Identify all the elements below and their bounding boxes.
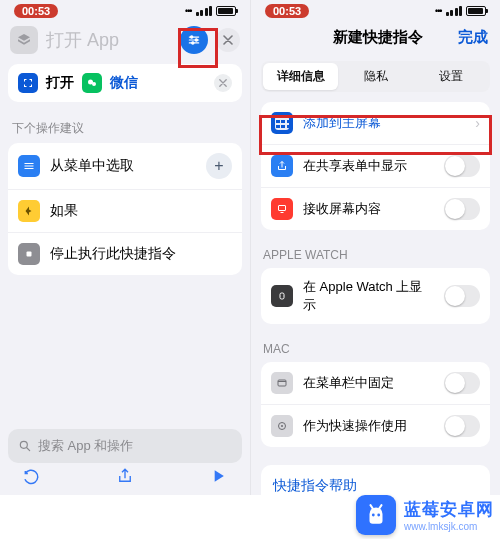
- svg-point-18: [377, 514, 380, 517]
- search-placeholder: 搜索 App 和操作: [38, 437, 133, 455]
- undo-icon: [22, 466, 42, 486]
- tab-privacy[interactable]: 隐私: [338, 63, 413, 90]
- watermark-url: www.lmksjk.com: [404, 521, 494, 532]
- receive-icon: [271, 198, 293, 220]
- filter-button[interactable]: [180, 26, 208, 54]
- help-link[interactable]: 快捷指令帮助: [261, 465, 490, 495]
- toggle-watch[interactable]: [444, 285, 480, 307]
- row-menubar-pin[interactable]: 在菜单栏中固定: [261, 362, 490, 405]
- row-label: 作为快速操作使用: [303, 417, 434, 435]
- svg-point-5: [192, 42, 194, 44]
- svg-rect-12: [280, 293, 284, 299]
- tab-details[interactable]: 详细信息: [263, 63, 338, 90]
- toggle-menubar[interactable]: [444, 372, 480, 394]
- share-icon: [271, 155, 293, 177]
- row-add-to-home[interactable]: 添加到主屏幕 ›: [261, 102, 490, 145]
- details-pane: 00:53 ••• 新建快捷指令 完成 详细信息 隐私 设置 添加到主屏幕 ›: [250, 0, 500, 495]
- svg-rect-8: [27, 252, 32, 257]
- row-label: 添加到主屏幕: [303, 114, 465, 132]
- row-quick-action[interactable]: 作为快速操作使用: [261, 405, 490, 447]
- add-suggestion-button[interactable]: +: [206, 153, 232, 179]
- toggle-share-sheet[interactable]: [444, 155, 480, 177]
- section-header-mac: MAC: [251, 324, 500, 362]
- quick-icon: [271, 415, 293, 437]
- x-icon: [219, 79, 227, 87]
- row-label: 在共享表单中显示: [303, 157, 434, 175]
- svg-point-3: [191, 36, 193, 38]
- action-title: 打开 App: [46, 28, 172, 52]
- svg-point-17: [372, 514, 375, 517]
- status-bar: 00:53 •••: [0, 0, 250, 20]
- svg-line-10: [27, 448, 30, 451]
- search-icon: [18, 439, 32, 453]
- sliders-icon: [187, 33, 201, 47]
- clear-action-button[interactable]: [214, 74, 232, 92]
- watermark-name: 蓝莓安卓网: [404, 498, 494, 521]
- close-icon: [223, 35, 233, 45]
- status-indicators: •••: [435, 6, 486, 16]
- status-bar: 00:53 •••: [251, 0, 500, 20]
- svg-rect-13: [278, 380, 286, 386]
- toggle-quick-action[interactable]: [444, 415, 480, 437]
- row-receive-screen[interactable]: 接收屏幕内容: [261, 188, 490, 230]
- open-app-icon: [18, 73, 38, 93]
- row-label: 在 Apple Watch 上显示: [303, 278, 434, 314]
- add-home-icon: [271, 112, 293, 134]
- editor-pane: 00:53 ••• 打开 App 打开: [0, 0, 250, 495]
- play-icon: [208, 466, 228, 486]
- status-indicators: •••: [185, 6, 236, 16]
- row-label: 接收屏幕内容: [303, 200, 434, 218]
- action-app-name[interactable]: 微信: [110, 74, 138, 92]
- svg-point-4: [195, 39, 197, 41]
- share-button[interactable]: [116, 466, 134, 489]
- toggle-receive-screen[interactable]: [444, 198, 480, 220]
- done-button[interactable]: 完成: [458, 28, 488, 47]
- svg-point-16: [281, 425, 283, 427]
- stop-icon: [18, 243, 40, 265]
- menu-icon: [18, 155, 40, 177]
- segmented-control[interactable]: 详细信息 隐私 设置: [261, 61, 490, 92]
- row-label: 在菜单栏中固定: [303, 374, 434, 392]
- svg-line-20: [379, 505, 381, 508]
- status-time: 00:53: [14, 4, 58, 18]
- chevron-right-icon: ›: [475, 115, 480, 131]
- play-button[interactable]: [208, 466, 228, 489]
- suggestion-row[interactable]: 从菜单中选取 +: [8, 143, 242, 190]
- status-time: 00:53: [265, 4, 309, 18]
- watermark-logo: [356, 495, 396, 535]
- row-apple-watch[interactable]: 在 Apple Watch 上显示: [261, 268, 490, 324]
- row-share-sheet[interactable]: 在共享表单中显示: [261, 145, 490, 188]
- suggestion-label: 停止执行此快捷指令: [50, 245, 232, 263]
- app-icon: [10, 26, 38, 54]
- page-title: 新建快捷指令: [297, 28, 458, 47]
- svg-point-9: [20, 441, 27, 448]
- suggestion-row[interactable]: 停止执行此快捷指令: [8, 233, 242, 275]
- watch-icon: [271, 285, 293, 307]
- bottom-toolbar: [0, 462, 250, 493]
- search-input[interactable]: 搜索 App 和操作: [8, 429, 242, 463]
- action-card[interactable]: 打开 微信: [8, 64, 242, 102]
- undo-button[interactable]: [22, 466, 42, 489]
- suggestions-header: 下个操作建议: [0, 102, 250, 143]
- wechat-icon: [82, 73, 102, 93]
- suggestion-label: 从菜单中选取: [50, 157, 196, 175]
- menubar-icon: [271, 372, 293, 394]
- share-icon: [116, 466, 134, 486]
- svg-line-19: [371, 505, 373, 508]
- svg-point-7: [92, 82, 96, 86]
- suggestion-label: 如果: [50, 202, 232, 220]
- svg-rect-11: [279, 206, 286, 211]
- if-icon: [18, 200, 40, 222]
- watermark: 蓝莓安卓网 www.lmksjk.com: [356, 495, 494, 535]
- tab-settings[interactable]: 设置: [413, 63, 488, 90]
- layers-icon: [16, 32, 32, 48]
- suggestion-row[interactable]: 如果: [8, 190, 242, 233]
- section-header-watch: APPLE WATCH: [251, 230, 500, 268]
- editor-header: 打开 App: [0, 20, 250, 64]
- action-verb: 打开: [46, 74, 74, 92]
- details-header: 新建快捷指令 完成: [251, 20, 500, 57]
- close-button[interactable]: [216, 28, 240, 52]
